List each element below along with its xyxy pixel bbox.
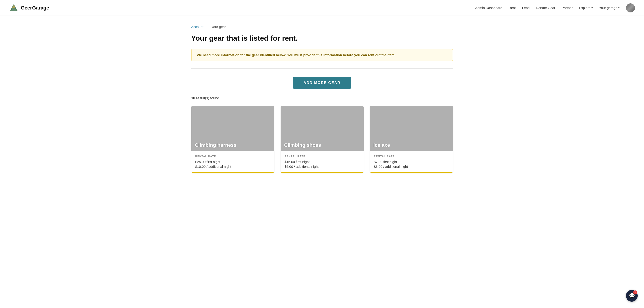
results-number: 10	[191, 96, 195, 100]
gear-card-bar-0	[191, 172, 274, 173]
rental-rate-first-2: $7.00 first night	[374, 160, 449, 164]
gear-card-image-0: Climbing harness	[191, 106, 274, 151]
add-more-gear-button[interactable]: ADD MORE GEAR	[293, 77, 352, 89]
rental-rate-first-1: $15.00 first night	[285, 160, 360, 164]
your-garage-chevron-icon: ▾	[618, 6, 620, 9]
rental-rate-additional-1: $5.00 / additional night	[285, 165, 360, 168]
gear-card-image-1: Climbing shoes	[280, 106, 364, 151]
brand-logo-link[interactable]: GeerGarage	[9, 3, 49, 13]
main-content: Account — Your gear Your gear that is li…	[178, 16, 466, 191]
gear-card-2[interactable]: Ice axe RENTAL RATE $7.00 first night $3…	[370, 106, 453, 173]
rental-rate-additional-0: $10.00 / additional night	[195, 165, 270, 168]
avatar-image	[626, 4, 635, 13]
nav-partner[interactable]: Partner	[562, 6, 573, 10]
gear-card-body-2: RENTAL RATE $7.00 first night $3.00 / ad…	[370, 151, 453, 168]
gear-card-0[interactable]: Climbing harness RENTAL RATE $25.00 firs…	[191, 106, 274, 173]
add-gear-wrapper: ADD MORE GEAR	[191, 77, 453, 89]
nav-explore-dropdown[interactable]: Explore ▾	[579, 6, 593, 10]
nav-admin-dashboard[interactable]: Admin Dashboard	[475, 6, 502, 10]
breadcrumb: Account — Your gear	[191, 25, 453, 29]
gear-card-image-2: Ice axe	[370, 106, 453, 151]
breadcrumb-separator: —	[206, 25, 209, 29]
explore-chevron-icon: ▾	[592, 6, 593, 9]
gear-card-body-0: RENTAL RATE $25.00 first night $10.00 / …	[191, 151, 274, 168]
gear-card-bar-1	[280, 172, 364, 173]
rental-rate-label-0: RENTAL RATE	[195, 155, 270, 158]
brand-name: GeerGarage	[21, 5, 49, 11]
results-label: result(s) found	[196, 96, 219, 100]
breadcrumb-account-link[interactable]: Account	[191, 25, 204, 29]
nav-links: Admin Dashboard Rent Lend Donate Gear Pa…	[475, 4, 635, 13]
page-title: Your gear that is listed for rent.	[191, 34, 453, 43]
gear-card-body-1: RENTAL RATE $15.00 first night $5.00 / a…	[280, 151, 364, 168]
gear-card-name-2: Ice axe	[370, 139, 453, 151]
user-avatar[interactable]	[626, 4, 635, 13]
breadcrumb-current: Your gear	[211, 25, 226, 29]
gear-card-name-1: Climbing shoes	[280, 139, 364, 151]
gear-grid: Climbing harness RENTAL RATE $25.00 firs…	[191, 106, 453, 173]
nav-rent[interactable]: Rent	[509, 6, 516, 10]
section-divider	[191, 68, 453, 69]
gear-card-1[interactable]: Climbing shoes RENTAL RATE $15.00 first …	[280, 106, 364, 173]
nav-your-garage-dropdown[interactable]: Your garage ▾	[599, 6, 620, 10]
gear-card-bar-2	[370, 172, 453, 173]
nav-donate-gear[interactable]: Donate Gear	[536, 6, 555, 10]
results-count: 10 result(s) found	[191, 96, 453, 100]
gear-card-name-0: Climbing harness	[191, 139, 274, 151]
rental-rate-additional-2: $3.00 / additional night	[374, 165, 449, 168]
rental-rate-label-1: RENTAL RATE	[285, 155, 360, 158]
rental-rate-first-0: $25.00 first night	[195, 160, 270, 164]
brand-logo-icon	[9, 3, 18, 13]
nav-lend[interactable]: Lend	[522, 6, 530, 10]
alert-warning: We need more information for the gear id…	[191, 49, 453, 61]
navbar: GeerGarage Admin Dashboard Rent Lend Don…	[0, 0, 644, 16]
rental-rate-label-2: RENTAL RATE	[374, 155, 449, 158]
